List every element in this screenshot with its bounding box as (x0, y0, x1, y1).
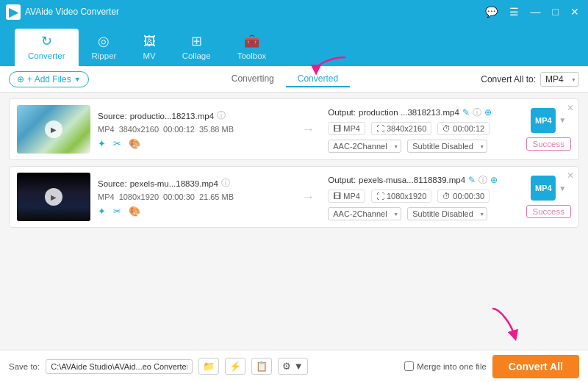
flash-button[interactable]: ⚡ (225, 358, 245, 375)
out-res-pill-1: ⛶ 3840x2160 (371, 122, 431, 135)
close-button-1[interactable]: ✕ (567, 104, 574, 112)
tab-mv[interactable]: 🖼 MV (129, 30, 168, 66)
format-icon-box-2[interactable]: MP4 (531, 176, 556, 201)
audio-select-wrap-1[interactable]: AAC-2Channel (328, 140, 401, 153)
add-files-dropdown-arrow[interactable]: ▼ (74, 76, 81, 83)
output-settings-row-1: AAC-2Channel Subtitle Disabled (328, 140, 518, 153)
format-icon-box-1[interactable]: MP4 (531, 108, 556, 133)
expand-icon-small-1[interactable]: ▼ (559, 117, 566, 124)
arrow-right-icon-2: → (301, 190, 315, 205)
ripper-icon: ◎ (98, 33, 110, 49)
mode-tabs: Converting Converted (220, 71, 350, 87)
file-format-2: MP4 (98, 192, 115, 201)
copy-button[interactable]: 📋 (251, 358, 272, 375)
convert-all-format-select[interactable]: MP4 (540, 72, 579, 87)
tab-converter[interactable]: ↻ Converter (15, 29, 79, 66)
palette-icon-2[interactable]: 🎨 (129, 206, 140, 217)
minimize-button[interactable]: — (528, 4, 544, 19)
convert-all-button[interactable]: Convert All (492, 355, 579, 378)
output-pin-icon-1[interactable]: ⊕ (484, 107, 492, 118)
scissors-icon-1[interactable]: ✂ (113, 138, 121, 149)
title-bar: ▶ AVAide Video Converter 💬 ☰ — □ ✕ (0, 0, 588, 24)
sub-toolbar: ⊕ + Add Files ▼ Converting Converted Con… (0, 66, 588, 93)
info-icon-1[interactable]: ⓘ (217, 109, 226, 122)
output-settings-row-2: AAC-2Channel Subtitle Disabled (328, 207, 518, 220)
output-info-icon-2[interactable]: ⓘ (478, 174, 487, 187)
out-time-pill-2: ⏱ 00:00:30 (437, 190, 490, 203)
menu-icon[interactable]: ☰ (506, 4, 522, 19)
add-files-button[interactable]: ⊕ + Add Files ▼ (9, 71, 89, 87)
source-row-2: Source: pexels-mu...18839.mp4 ⓘ (98, 177, 288, 190)
edit-icon-1[interactable]: ✎ (462, 107, 470, 118)
subtitle-select-wrap-1[interactable]: Subtitle Disabled (407, 140, 487, 153)
bottom-bar: Save to: 📁 ⚡ 📋 ⚙ ▼ Merge into one file C… (0, 350, 588, 382)
status-badge-2: Success (526, 205, 571, 218)
output-row-2: Output: pexels-musa...8118839.mp4 ✎ ⓘ ⊕ (328, 174, 518, 187)
mv-icon: 🖼 (143, 35, 156, 49)
out-duration-1: 00:00:12 (453, 124, 484, 133)
converter-icon: ↻ (41, 33, 52, 49)
tab-toolbox[interactable]: 🧰 Toolbox (224, 29, 280, 66)
play-button-1[interactable]: ▶ (45, 120, 62, 138)
close-button-2[interactable]: ✕ (567, 171, 574, 180)
merge-label-text: Merge into one file (417, 362, 487, 371)
subtitle-select-2[interactable]: Subtitle Disabled (407, 207, 487, 220)
tab-ripper-label: Ripper (92, 51, 117, 60)
subtitle-select-1[interactable]: Subtitle Disabled (407, 140, 487, 153)
audio-select-1[interactable]: AAC-2Channel (328, 140, 401, 153)
play-icon-2: ▶ (51, 193, 57, 201)
mode-tab-converting[interactable]: Converting (220, 71, 286, 87)
add-files-label: + Add Files (27, 74, 71, 84)
convert-all-to-label: Convert All to: (481, 74, 536, 84)
merge-checkbox[interactable] (404, 361, 414, 371)
output-meta-row-2: 🎞 MP4 ⛶ 1080x1920 ⏱ 00:00:30 (328, 190, 518, 203)
app-logo-icon: ▶ (6, 4, 21, 20)
audio-select-wrap-2[interactable]: AAC-2Channel (328, 207, 401, 220)
card-right-2: MP4 ▼ Success (526, 176, 571, 218)
output-label-1: Output: (328, 108, 356, 117)
collage-icon: ⊞ (191, 33, 202, 49)
expand-icon-small-2[interactable]: ▼ (559, 184, 566, 192)
file-size-1: 35.88 MB (199, 125, 234, 134)
tab-ripper[interactable]: ◎ Ripper (79, 29, 130, 66)
main-content: ▶ Source: productio...18213.mp4 ⓘ MP4 38… (0, 93, 588, 350)
output-info-icon-1[interactable]: ⓘ (473, 107, 481, 119)
info-icon-2[interactable]: ⓘ (221, 177, 230, 190)
maximize-button[interactable]: □ (550, 4, 562, 19)
browse-folder-button[interactable]: 📁 (198, 358, 219, 375)
action-row-2: ✦ ✂ 🎨 (98, 206, 288, 217)
source-row-1: Source: productio...18213.mp4 ⓘ (98, 109, 288, 122)
palette-icon-1[interactable]: 🎨 (129, 138, 140, 149)
file-format-1: MP4 (98, 125, 115, 134)
source-label-1: Source: (98, 112, 127, 120)
source-label-2: Source: (98, 179, 127, 188)
tab-converter-label: Converter (28, 51, 65, 60)
thumb-bg-2: ▶ (17, 173, 90, 221)
tab-collage[interactable]: ⊞ Collage (169, 29, 224, 66)
film-icon-1: 🎞 (333, 124, 341, 133)
play-button-2[interactable]: ▶ (45, 188, 62, 206)
meta-row-1: MP4 3840x2160 00:00:12 35.88 MB (98, 125, 288, 134)
output-pin-icon-2[interactable]: ⊕ (490, 175, 498, 185)
chat-icon[interactable]: 💬 (482, 4, 501, 19)
source-name-1: productio...18213.mp4 (130, 112, 214, 120)
out-time-pill-1: ⏱ 00:00:12 (437, 122, 490, 135)
mode-tab-converted[interactable]: Converted (286, 71, 350, 87)
output-label-2: Output: (328, 176, 356, 184)
format-select-wrap[interactable]: MP4 (540, 72, 579, 87)
audio-select-2[interactable]: AAC-2Channel (328, 207, 401, 220)
nav-bar: ↻ Converter ◎ Ripper 🖼 MV ⊞ Collage 🧰 To… (0, 24, 588, 66)
sparkle-icon-1[interactable]: ✦ (98, 138, 106, 149)
file-resolution-1: 3840x2160 (119, 125, 159, 134)
scissors-icon-2[interactable]: ✂ (113, 206, 121, 217)
card-right-1: MP4 ▼ Success (526, 108, 571, 151)
edit-icon-2[interactable]: ✎ (468, 175, 476, 185)
settings-button[interactable]: ⚙ ▼ (278, 358, 307, 375)
film-icon-2: 🎞 (333, 192, 341, 201)
file-size-2: 21.65 MB (199, 192, 234, 201)
file-info-2: Source: pexels-mu...18839.mp4 ⓘ MP4 1080… (98, 177, 288, 217)
subtitle-select-wrap-2[interactable]: Subtitle Disabled (407, 207, 487, 220)
save-path-input[interactable] (46, 359, 193, 374)
close-button[interactable]: ✕ (567, 4, 582, 19)
sparkle-icon-2[interactable]: ✦ (98, 206, 106, 217)
